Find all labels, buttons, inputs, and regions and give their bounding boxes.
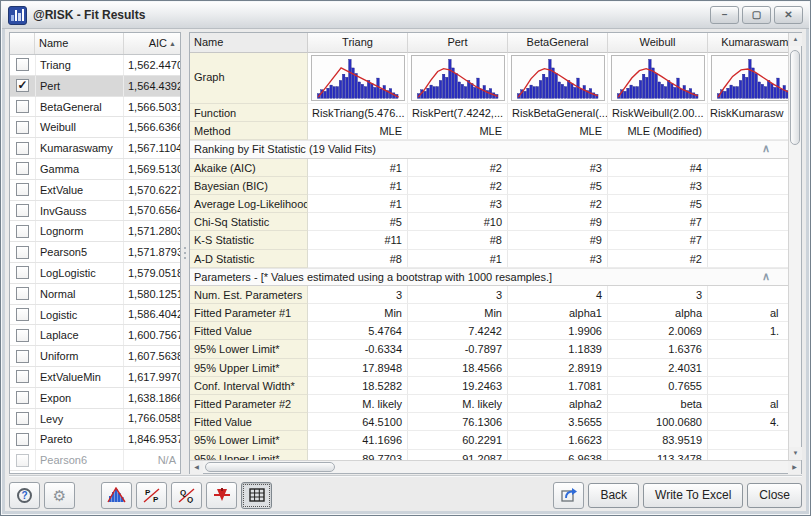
fit-checkbox[interactable] [16,308,29,321]
stat-cell: 18.4566 [408,359,508,377]
scroll-up-icon[interactable]: ▲ [789,33,802,46]
fit-checkbox[interactable] [16,329,29,342]
fit-list-row[interactable]: Gamma1,569.5130 [10,159,180,180]
aic-column-header[interactable]: AIC▲ [124,33,180,54]
stat-cell: #9 [508,231,608,249]
fit-checkbox[interactable] [16,266,29,279]
write-to-excel-button[interactable]: Write To Excel [643,483,743,508]
fit-name: Pareto [35,429,124,449]
row-label: 95% Lower Limit* [190,340,308,358]
fit-checkbox-cell [10,58,35,71]
stat-cell: 64.5100 [308,413,408,431]
fit-checkbox[interactable]: ✓ [16,79,29,92]
collapse-icon[interactable]: ∧ [762,142,770,155]
fit-list-row[interactable]: Normal1,580.1251 [10,284,180,305]
fit-list-row[interactable]: ExtValueMin1,617.9970 [10,367,180,388]
stat-cell: M. likely [308,395,408,413]
horizontal-scrollbar[interactable]: ◀ ▶ [190,460,801,473]
fit-checkbox[interactable] [16,225,29,238]
fit-histogram [511,55,605,101]
vertical-scrollbar[interactable]: ▲ ▼ [788,33,801,460]
fit-aic-value: 1,567.1104 [124,138,180,158]
horizontal-scroll-track[interactable] [203,461,788,473]
stat-row: Bayesian (BIC)#1#2#5#3 [190,177,788,195]
fit-aic-value: 1,571.8793 [124,242,180,262]
fit-checkbox-cell [10,370,35,383]
fit-checkbox[interactable] [16,58,29,71]
panel-splitter[interactable] [181,32,189,474]
fit-list-row[interactable]: InvGauss1,570.6564 [10,201,180,222]
fit-checkbox[interactable] [16,246,29,259]
fit-list-row[interactable]: Levy1,766.0585 [10,409,180,430]
fit-list-row[interactable]: Uniform1,607.5638 [10,346,180,367]
close-button[interactable]: Close [747,483,802,508]
fit-list-row[interactable]: ExtValue1,570.6227 [10,180,180,201]
pp-plot-button[interactable]: P P [136,482,167,509]
fit-checkbox-cell [10,308,35,321]
comparison-graph-button[interactable] [101,482,132,509]
scroll-left-icon[interactable]: ◀ [190,461,203,474]
name-column-header[interactable]: Name [35,33,124,54]
horizontal-scroll-thumb[interactable] [205,462,335,472]
fit-checkbox[interactable] [16,370,29,383]
fit-list-row[interactable]: Pearson6N/A [10,450,180,471]
row-label: Bayesian (BIC) [190,177,308,195]
maximize-icon[interactable]: ▢ [742,6,771,24]
fit-name: Laplace [35,325,124,345]
fit-checkbox-cell [10,266,35,279]
help-button[interactable]: ? [9,482,40,509]
fit-checkbox[interactable] [16,391,29,404]
fit-name: ExtValue [35,180,124,200]
fit-list-row[interactable]: BetaGeneral1,566.5031 [10,97,180,118]
fit-checkbox[interactable] [16,287,29,300]
scroll-right-icon[interactable]: ▶ [788,461,801,474]
fit-checkbox[interactable] [16,183,29,196]
fit-list-row[interactable]: Kumaraswamy1,567.1104 [10,138,180,159]
fit-list-row[interactable]: Weibull1,566.6366 [10,117,180,138]
fit-checkbox[interactable] [16,121,29,134]
fit-histogram [711,55,789,101]
fit-checkbox-cell [10,433,35,446]
fit-list-body: Triang1,562.4470✓Pert1,564.4392BetaGener… [10,55,180,471]
collapse-icon[interactable]: ∧ [762,270,770,283]
fit-checkbox[interactable] [16,162,29,175]
fit-checkbox[interactable] [16,204,29,217]
fit-list-row[interactable]: Laplace1,600.7567 [10,325,180,346]
fit-checkbox[interactable] [16,350,29,363]
fit-list-row[interactable]: Pareto1,846.9537 [10,429,180,450]
fit-list-row[interactable]: Expon1,638.1866 [10,388,180,409]
stat-cell: #1 [308,195,408,213]
fit-list-row[interactable]: Lognorm1,571.2803 [10,221,180,242]
fit-checkbox[interactable] [16,100,29,113]
fit-list-row[interactable]: Logistic1,586.4042 [10,305,180,326]
stat-cell: 6.9638 [508,450,608,460]
stat-row: 95% Lower Limit*41.169660.22911.662383.9… [190,431,788,449]
fit-list-row[interactable]: Pearson51,571.8793 [10,242,180,263]
stat-cell: #7 [608,213,708,231]
discrepancy-plot-button[interactable] [206,482,237,509]
vertical-scroll-track[interactable] [789,46,801,447]
fit-aic-value: 1,846.9537 [124,429,180,449]
fit-checkbox[interactable] [16,142,29,155]
back-button[interactable]: Back [588,483,639,508]
qq-plot-button[interactable]: Q Q [171,482,202,509]
close-icon[interactable]: ✕ [774,6,803,24]
stat-cell: RiskWeibull(2.00... [608,104,708,122]
scroll-down-icon[interactable]: ▼ [789,447,802,460]
fit-list-row[interactable]: LogLogistic1,579.0518 [10,263,180,284]
section-label: Parameters - [* Values estimated using a… [194,271,552,283]
settings-button[interactable]: ⚙ [44,482,75,509]
export-report-button[interactable] [553,482,584,509]
statistics-grid-button[interactable] [241,482,272,509]
stat-cell: #8 [408,231,508,249]
minimize-icon[interactable]: – [710,6,739,24]
fit-checkbox[interactable] [16,433,29,446]
fit-list-row[interactable]: ✓Pert1,564.4392 [10,76,180,97]
fit-checkbox[interactable] [16,412,29,425]
fit-aic-value: N/A [124,450,180,470]
distribution-column-header: Triang [308,33,408,53]
fit-list-row[interactable]: Triang1,562.4470 [10,55,180,76]
fit-checkbox[interactable] [16,454,29,467]
check-column-header[interactable] [10,33,35,54]
vertical-scroll-thumb[interactable] [790,50,800,145]
